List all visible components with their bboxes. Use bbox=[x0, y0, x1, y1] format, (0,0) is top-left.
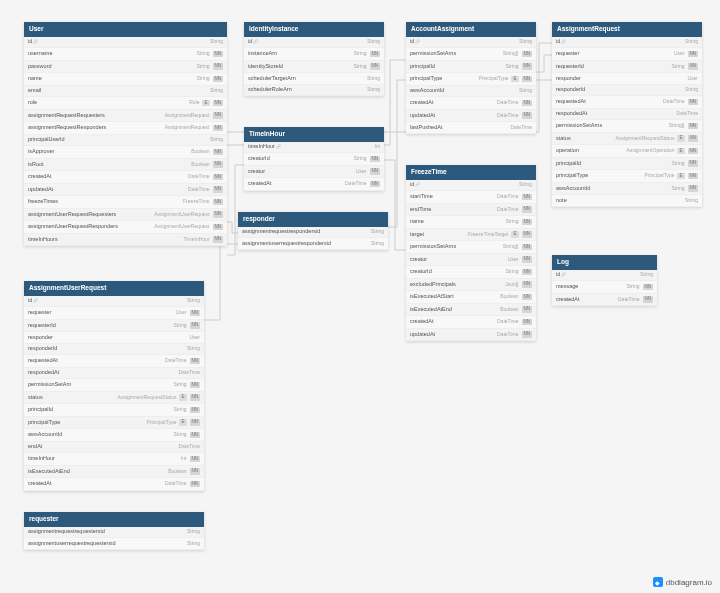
table-AssignmentRequest[interactable]: AssignmentRequestidStringrequesterUserNN… bbox=[552, 22, 702, 207]
field-type: DateTimeNN bbox=[618, 296, 653, 303]
table-FreezeTime[interactable]: FreezeTimeidStringstartTimeDateTimeNNend… bbox=[406, 165, 536, 341]
field-name: principalUserId bbox=[28, 137, 65, 143]
field-name: creatorId bbox=[248, 156, 270, 162]
field-name: isApprover bbox=[28, 149, 54, 155]
field-type: String bbox=[367, 76, 380, 81]
field-row: targetFreezeTimeTargetENN bbox=[406, 229, 536, 242]
table-header[interactable]: AssignmentUserRequest bbox=[24, 281, 204, 296]
field-type: StringNN bbox=[505, 219, 532, 226]
field-name: permissionSetArn bbox=[28, 382, 71, 388]
brand-icon: ◆ bbox=[653, 577, 663, 587]
table-header[interactable]: requester bbox=[24, 512, 204, 527]
field-row: lastPushedAtDateTime bbox=[406, 122, 536, 134]
field-row: createdAtDateTimeNN bbox=[244, 178, 384, 191]
field-row: permissionSetArnsString[]NN bbox=[552, 120, 702, 133]
field-row: requestedAtDateTimeNN bbox=[24, 355, 204, 368]
field-type: AssignmentRequestNN bbox=[165, 112, 223, 119]
field-row: statusAssignmentRequestStatusENN bbox=[552, 133, 702, 146]
field-type: AssignmentOperationENN bbox=[626, 148, 698, 155]
field-name: note bbox=[556, 198, 567, 204]
field-type: PrincipalTypeENN bbox=[146, 419, 200, 426]
field-type: BooleanNN bbox=[168, 468, 200, 475]
field-name: principalType bbox=[556, 173, 588, 179]
field-type: DateTimeNN bbox=[497, 206, 532, 213]
field-type: DateTimeNN bbox=[497, 331, 532, 338]
field-name: requester bbox=[28, 310, 51, 316]
field-type: AssignmentRequestStatusENN bbox=[118, 394, 200, 401]
field-name: startTime bbox=[410, 194, 433, 200]
field-row: principalIdStringNN bbox=[24, 404, 204, 417]
field-type: String bbox=[685, 198, 698, 203]
table-header[interactable]: FreezeTime bbox=[406, 165, 536, 180]
field-name: id bbox=[28, 298, 38, 304]
field-name: creator bbox=[410, 257, 427, 263]
field-row: timeInHourIntNN bbox=[24, 453, 204, 466]
field-type: DateTimeNN bbox=[165, 358, 200, 365]
table-IdentityInstance[interactable]: IdentityInstanceidStringinstanceArnStrin… bbox=[244, 22, 384, 96]
field-type: DateTimeNN bbox=[188, 186, 223, 193]
field-type: DateTimeNN bbox=[497, 319, 532, 326]
field-name: email bbox=[28, 88, 41, 94]
field-name: permissionSetArns bbox=[410, 244, 456, 250]
field-name: target bbox=[410, 232, 424, 238]
field-row: responderUser bbox=[24, 332, 204, 344]
field-row: schedulerTargetArnString bbox=[244, 73, 384, 85]
field-row: awsAccountIdString bbox=[406, 86, 536, 98]
field-name: assignmentUserRequestRequesters bbox=[28, 212, 116, 218]
field-row: principalTypePrincipalTypeENN bbox=[552, 170, 702, 183]
brand-footer: ◆ dbdiagram.io bbox=[653, 577, 712, 587]
field-name: username bbox=[28, 51, 52, 57]
field-type: StringNN bbox=[353, 156, 380, 163]
table-header[interactable]: responder bbox=[238, 212, 388, 227]
field-row: principalIdStringNN bbox=[552, 158, 702, 171]
erd-canvas[interactable]: UseridStringusernameStringNNpasswordStri… bbox=[0, 0, 720, 593]
table-responder[interactable]: responderassignmentrequestrespondersidSt… bbox=[238, 212, 388, 250]
field-type: StringNN bbox=[353, 63, 380, 70]
field-name: operation bbox=[556, 148, 579, 154]
field-type: StringNN bbox=[173, 407, 200, 414]
field-row: roleRoleENN bbox=[24, 97, 227, 110]
field-name: name bbox=[410, 219, 424, 225]
table-header[interactable]: AccountAssignment bbox=[406, 22, 536, 37]
field-name: responder bbox=[28, 335, 53, 341]
table-header[interactable]: User bbox=[24, 22, 227, 37]
table-header[interactable]: AssignmentRequest bbox=[552, 22, 702, 37]
field-type: IntNN bbox=[181, 456, 200, 463]
field-name: requester bbox=[556, 51, 579, 57]
field-type: StringNN bbox=[196, 63, 223, 70]
table-header[interactable]: IdentityInstance bbox=[244, 22, 384, 37]
table-AssignmentUserRequest[interactable]: AssignmentUserRequestidStringrequesterUs… bbox=[24, 281, 204, 491]
field-name: assignmentuserrequestrespondersid bbox=[242, 241, 331, 247]
field-row: assignmentRequestRequestersAssignmentReq… bbox=[24, 110, 227, 123]
field-type: UserNN bbox=[176, 310, 200, 317]
field-name: instanceArn bbox=[248, 51, 277, 57]
field-name: id bbox=[410, 182, 420, 188]
field-name: id bbox=[248, 39, 258, 45]
field-name: respondedAt bbox=[28, 370, 59, 376]
field-name: awsAccountId bbox=[28, 432, 62, 438]
field-type: String bbox=[187, 541, 200, 546]
table-header[interactable]: Log bbox=[552, 255, 657, 270]
field-type: DateTimeNN bbox=[497, 112, 532, 119]
field-name: id bbox=[410, 39, 420, 45]
field-row: isApproverBooleanNN bbox=[24, 146, 227, 159]
field-row: creatorIdStringNN bbox=[244, 153, 384, 166]
field-type: DateTime bbox=[179, 444, 201, 449]
field-row: respondedAtDateTime bbox=[552, 109, 702, 121]
field-name: createdAt bbox=[556, 297, 580, 303]
field-row: freezeTimesFreezeTimeNN bbox=[24, 196, 227, 209]
field-type: String bbox=[519, 182, 532, 187]
table-header[interactable]: TimeInHour bbox=[244, 127, 384, 142]
table-TimeInHour[interactable]: TimeInHourtimeInHourIntcreatorIdStringNN… bbox=[244, 127, 384, 191]
field-type: AssignmentRequestStatusENN bbox=[616, 135, 698, 142]
field-name: responderId bbox=[556, 87, 585, 93]
table-User[interactable]: UseridStringusernameStringNNpasswordStri… bbox=[24, 22, 227, 246]
table-Log[interactable]: LogidStringmessageStringNNcreatedAtDateT… bbox=[552, 255, 657, 306]
field-type: String bbox=[187, 346, 200, 351]
table-AccountAssignment[interactable]: AccountAssignmentidStringpermissionSetAr… bbox=[406, 22, 536, 134]
field-row: excludedPrincipalsJson[]NN bbox=[406, 279, 536, 292]
table-requester[interactable]: requesterassignmentrequestrequestersidSt… bbox=[24, 512, 204, 550]
field-name: message bbox=[556, 284, 578, 290]
field-name: password bbox=[28, 64, 52, 70]
field-type: DateTimeNN bbox=[345, 181, 380, 188]
